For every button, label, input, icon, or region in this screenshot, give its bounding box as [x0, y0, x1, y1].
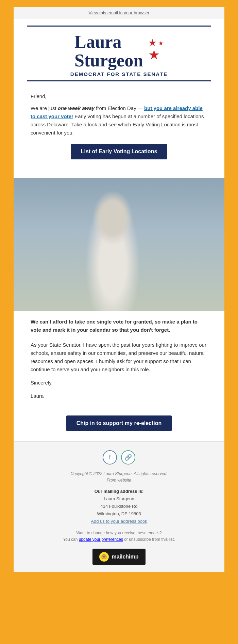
browser-link-bar: View this email in your browser: [14, 7, 224, 19]
update-prefs-link[interactable]: update your preferences: [79, 537, 123, 542]
facebook-letter: f: [109, 454, 111, 461]
copyright-text: Copyright © 2022 Laura Sturgeon. All rig…: [27, 471, 211, 476]
mailchimp-icon: 🐵: [101, 553, 107, 560]
body-content-2: As your State Senator, I have spent the …: [14, 336, 224, 414]
email-container: View this email in your browser Laura St…: [14, 7, 224, 572]
star-3: ★: [148, 48, 160, 61]
candidate-subtitle: DEMOCRAT FOR STATE SENATE: [27, 71, 211, 77]
outer-wrapper: View this email in your browser Laura St…: [0, 0, 238, 644]
bold-statement-section: We can't afford to take one single vote …: [14, 311, 224, 336]
facebook-icon[interactable]: f: [103, 450, 117, 465]
header-rule-top: [27, 26, 211, 27]
view-in-browser-link[interactable]: View this email in your browser: [89, 10, 150, 15]
header-rule-bottom: [27, 80, 211, 81]
logo-area: Laura Sturgeon ★ ★ ★: [27, 33, 211, 70]
from-website: From website: [27, 478, 211, 483]
unsubscribe-line: You can update your preferences or unsub…: [27, 537, 211, 542]
link-symbol: 🔗: [124, 454, 132, 461]
from-website-link[interactable]: From website: [107, 478, 131, 483]
mailchimp-text: mailchimp: [112, 554, 138, 560]
intro-paragraph: We are just one week away from Election …: [31, 104, 207, 137]
mailchimp-logo-circle: 🐵: [99, 552, 109, 562]
body-paragraph-2: As your State Senator, I have spent the …: [31, 341, 207, 374]
stars-group: ★ ★ ★: [148, 38, 164, 61]
footer-cta-wrap: Chip in to support my re-election: [14, 414, 224, 441]
header-section: Laura Sturgeon ★ ★ ★ DEMOCRAT FOR STATE …: [14, 19, 224, 85]
footer-section: f 🔗 Copyright © 2022 Laura Sturgeon. All…: [14, 441, 224, 571]
mailing-city: Wilmington, DE 19803: [27, 510, 211, 518]
add-address-book-link[interactable]: Add us to your address book: [91, 519, 147, 524]
early-voting-button[interactable]: List of Early Voting Locations: [71, 144, 168, 159]
signoff: Sincerely,: [31, 379, 207, 387]
mailing-street: 414 Foulkstone Rd: [27, 503, 211, 510]
greeting: Friend,: [31, 93, 207, 99]
chip-in-button[interactable]: Chip in to support my re-election: [66, 415, 172, 431]
intro-plain-2: from Election Day —: [95, 105, 144, 111]
unsubscribe-text-before: You can: [63, 537, 79, 542]
star-2: ★: [158, 40, 164, 48]
unsubscribe-text-after: or unsubscribe from this list.: [123, 537, 175, 542]
intro-bold-italic: one week away: [58, 105, 95, 111]
bold-statement-text: We can't afford to take one single vote …: [31, 318, 207, 334]
mailing-address-label: Our mailing address is:: [27, 489, 211, 494]
intro-plain-1: We are just: [31, 105, 58, 111]
candidate-name: Laura Sturgeon: [74, 33, 143, 70]
website-link-icon[interactable]: 🔗: [121, 450, 135, 465]
mailchimp-badge[interactable]: 🐵 mailchimp: [92, 549, 145, 565]
star-1: ★: [148, 38, 157, 48]
mailing-name: Laura Sturgeon: [27, 495, 211, 503]
cta-button-wrap: List of Early Voting Locations: [31, 144, 207, 159]
candidate-image: [14, 178, 224, 311]
sign-name: Laura: [31, 392, 207, 400]
social-icons: f 🔗: [27, 450, 211, 465]
body-content: Friend, We are just one week away from E…: [14, 85, 224, 178]
mailing-address: Laura Sturgeon 414 Foulkstone Rd Wilming…: [27, 495, 211, 525]
body-para2-text: As your State Senator, I have spent the …: [31, 342, 206, 372]
mailchimp-badge-inner: 🐵 mailchimp: [99, 552, 138, 562]
manage-preferences-line1: Want to change how you receive these ema…: [27, 531, 211, 535]
stars-top-row: ★ ★: [148, 38, 164, 48]
